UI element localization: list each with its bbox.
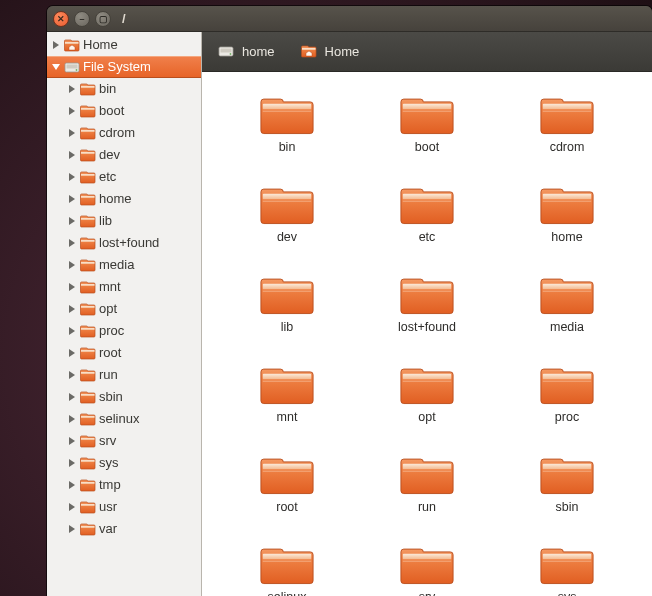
tree-label: etc [99,166,116,188]
folder-icon [80,324,96,338]
folder-proc[interactable]: proc [502,362,632,440]
expander-icon[interactable] [51,62,61,72]
folder-icon [80,82,96,96]
sidebar-item-selinux[interactable]: selinux [47,408,201,430]
pathbar[interactable]: homeHome [202,32,652,72]
sidebar-root-home[interactable]: Home [47,34,201,56]
folder-media[interactable]: media [502,272,632,350]
folder-selinux[interactable]: selinux [222,542,352,596]
expander-icon[interactable] [67,436,77,446]
path-label: home [242,44,275,59]
expander-icon[interactable] [67,128,77,138]
folder-label: sbin [556,500,579,514]
sidebar-item-srv[interactable]: srv [47,430,201,452]
expander-icon[interactable] [67,524,77,534]
tree-label: lib [99,210,112,232]
folder-icon [540,362,594,406]
sidebar-item-sbin[interactable]: sbin [47,386,201,408]
folder-icon [80,412,96,426]
folder-icon [540,92,594,136]
titlebar[interactable]: ✕ – ▢ / [47,6,652,32]
folder-icon [80,280,96,294]
sidebar[interactable]: HomeFile Systembinbootcdromdevetchomelib… [47,32,202,596]
folder-home[interactable]: home [502,182,632,260]
folder-icon [80,500,96,514]
tree-label: opt [99,298,117,320]
maximize-button[interactable]: ▢ [95,11,111,27]
tree-label: cdrom [99,122,135,144]
sidebar-item-dev[interactable]: dev [47,144,201,166]
sidebar-item-usr[interactable]: usr [47,496,201,518]
expander-icon[interactable] [67,392,77,402]
folder-label: sys [558,590,577,596]
folder-icon [80,478,96,492]
sidebar-item-tmp[interactable]: tmp [47,474,201,496]
sidebar-item-bin[interactable]: bin [47,78,201,100]
folder-bin[interactable]: bin [222,92,352,170]
sidebar-item-var[interactable]: var [47,518,201,540]
expander-icon[interactable] [67,84,77,94]
expander-icon[interactable] [67,414,77,424]
folder-boot[interactable]: boot [362,92,492,170]
folder-etc[interactable]: etc [362,182,492,260]
close-button[interactable]: ✕ [53,11,69,27]
path-segment-home[interactable]: home [210,40,283,64]
folder-icon [80,236,96,250]
folder-icon [540,542,594,586]
expander-icon[interactable] [67,326,77,336]
expander-icon[interactable] [67,502,77,512]
sidebar-item-run[interactable]: run [47,364,201,386]
sidebar-item-home[interactable]: home [47,188,201,210]
tree-label: root [99,342,121,364]
folder-lib[interactable]: lib [222,272,352,350]
folder-icon [540,182,594,226]
window-title: / [122,11,126,26]
sidebar-item-mnt[interactable]: mnt [47,276,201,298]
expander-icon[interactable] [67,150,77,160]
folder-icon [260,272,314,316]
folder-sbin[interactable]: sbin [502,452,632,530]
folder-dev[interactable]: dev [222,182,352,260]
expander-icon[interactable] [67,304,77,314]
expander-icon[interactable] [67,458,77,468]
folder-lostplusfound[interactable]: lost+found [362,272,492,350]
folder-srv[interactable]: srv [362,542,492,596]
expander-icon[interactable] [67,260,77,270]
folder-cdrom[interactable]: cdrom [502,92,632,170]
sidebar-item-etc[interactable]: etc [47,166,201,188]
folder-grid-scroll[interactable]: binbootcdromdevetchomeliblost+foundmedia… [202,72,652,596]
expander-icon[interactable] [67,194,77,204]
expander-icon[interactable] [67,348,77,358]
expander-icon[interactable] [67,216,77,226]
expander-icon[interactable] [67,282,77,292]
sidebar-item-sys[interactable]: sys [47,452,201,474]
tree-label: mnt [99,276,121,298]
path-segment-home[interactable]: Home [293,40,368,64]
folder-opt[interactable]: opt [362,362,492,440]
folder-label: mnt [277,410,298,424]
tree-label: srv [99,430,116,452]
expander-icon[interactable] [67,106,77,116]
expander-icon[interactable] [51,40,61,50]
sidebar-item-proc[interactable]: proc [47,320,201,342]
folder-sys[interactable]: sys [502,542,632,596]
folder-icon [260,182,314,226]
sidebar-item-lib[interactable]: lib [47,210,201,232]
folder-run[interactable]: run [362,452,492,530]
sidebar-item-media[interactable]: media [47,254,201,276]
minimize-button[interactable]: – [74,11,90,27]
sidebar-item-lostplusfound[interactable]: lost+found [47,232,201,254]
sidebar-root-file-system[interactable]: File System [47,56,201,78]
folder-root[interactable]: root [222,452,352,530]
expander-icon[interactable] [67,480,77,490]
sidebar-item-cdrom[interactable]: cdrom [47,122,201,144]
folder-mnt[interactable]: mnt [222,362,352,440]
sidebar-item-boot[interactable]: boot [47,100,201,122]
sidebar-item-root[interactable]: root [47,342,201,364]
sidebar-item-opt[interactable]: opt [47,298,201,320]
tree-label: tmp [99,474,121,496]
expander-icon[interactable] [67,370,77,380]
tree-label: sbin [99,386,123,408]
expander-icon[interactable] [67,238,77,248]
expander-icon[interactable] [67,172,77,182]
